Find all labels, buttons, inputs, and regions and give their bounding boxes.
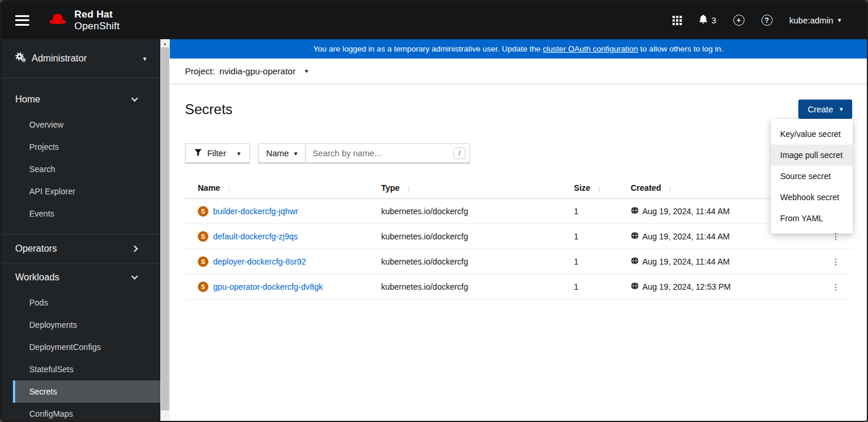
nav-group-home: Home Overview Projects Search API Explor… [1, 78, 160, 234]
brand[interactable]: Red Hat OpenShift [47, 9, 119, 32]
page-content: Secrets Create ▾ Filter ▾ [170, 84, 867, 300]
banner-text-before: You are logged in as a temporary adminis… [313, 44, 543, 53]
sidebar-item-overview[interactable]: Overview [1, 114, 160, 136]
name-filter-label: Name [266, 149, 289, 158]
secrets-table: Name↕ Type↕ Size↕ Created↕ Sbuilder-dock… [185, 177, 852, 300]
caret-down-icon: ▾ [838, 17, 841, 23]
sidebar-item-pods[interactable]: Pods [1, 291, 160, 314]
secret-size: 1 [574, 224, 631, 249]
masthead-toolbar: 3 + ? kube:admin ▾ [673, 15, 841, 26]
scrollbar-thumb[interactable] [161, 47, 169, 410]
brand-line2: OpenShift [74, 20, 119, 32]
secret-badge: S [198, 231, 208, 242]
scrollbar-up-arrow-icon[interactable]: ▲ [160, 39, 170, 47]
column-header-name[interactable]: Name↕ [185, 177, 381, 199]
sidebar-item-events[interactable]: Events [1, 203, 160, 225]
secret-badge: S [198, 206, 208, 217]
notification-count: 3 [711, 16, 716, 25]
table-row: Sbuilder-dockercfg-jqhwr kubernetes.io/d… [185, 199, 852, 224]
chevron-down-icon [131, 273, 138, 279]
menu-item-source-secret[interactable]: Source secret [771, 166, 853, 187]
column-header-type[interactable]: Type↕ [381, 177, 574, 199]
create-button[interactable]: Create ▾ [798, 100, 852, 119]
add-button[interactable]: + [733, 15, 745, 26]
masthead: Red Hat OpenShift 3 + ? kube:admin [1, 1, 867, 39]
caret-down-icon: ▾ [143, 56, 146, 62]
help-button[interactable]: ? [761, 15, 773, 26]
created-timestamp: Aug 19, 2024, 11:44 AM [643, 232, 730, 241]
sort-icon: ↕ [407, 184, 411, 193]
page-header: Secrets Create ▾ [185, 100, 852, 119]
sidebar-item-api-explorer[interactable]: API Explorer [1, 180, 160, 203]
page-title: Secrets [185, 101, 232, 118]
sidebar-item-deployments[interactable]: Deployments [1, 314, 160, 336]
hamburger-menu-icon[interactable] [15, 12, 29, 28]
menu-item-key-value-secret[interactable]: Key/value secret [771, 123, 853, 145]
keyboard-shortcut-hint: / [454, 147, 465, 159]
nav-section-label: Operators [15, 243, 57, 254]
table-row: Sgpu-operator-dockercfg-dv8gk kubernetes… [185, 275, 852, 300]
brand-text: Red Hat OpenShift [74, 9, 119, 32]
secret-link[interactable]: default-dockercfg-zj9qs [213, 232, 298, 241]
search-attribute-dropdown[interactable]: Name ▾ [258, 143, 306, 163]
plus-icon: + [736, 16, 741, 24]
secret-size: 1 [574, 275, 631, 300]
red-hat-logo-icon [47, 11, 68, 29]
perspective-switcher[interactable]: Administrator ▾ [1, 39, 160, 78]
search-input[interactable] [306, 143, 470, 163]
sidebar-item-configmaps[interactable]: ConfigMaps [1, 403, 160, 421]
secret-badge: S [198, 282, 208, 292]
caret-down-icon: ▾ [294, 150, 297, 157]
create-button-label: Create [808, 105, 833, 114]
sidebar-item-deploymentconfigs[interactable]: DeploymentConfigs [1, 336, 160, 358]
search-group: Name ▾ / [258, 143, 470, 163]
sidebar-item-secrets[interactable]: Secrets [13, 380, 160, 403]
user-menu[interactable]: kube:admin ▾ [790, 16, 842, 25]
filter-dropdown[interactable]: Filter ▾ [185, 143, 250, 163]
project-value: nvidia-gpu-operator [219, 66, 296, 76]
globe-icon [631, 207, 639, 216]
nav-section-home[interactable]: Home [1, 85, 160, 114]
nav-group-workloads: Workloads Pods Deployments DeploymentCon… [1, 263, 160, 421]
secret-type: kubernetes.io/dockercfg [381, 275, 574, 300]
nav-section-operators[interactable]: Operators [1, 235, 160, 263]
sidebar-item-projects[interactable]: Projects [1, 136, 160, 158]
sidebar-item-search[interactable]: Search [1, 158, 160, 180]
secret-link[interactable]: deployer-dockercfg-8sr92 [213, 257, 306, 266]
secret-badge: S [198, 256, 208, 267]
secret-size: 1 [574, 199, 631, 224]
globe-icon [631, 232, 639, 241]
sidebar-item-statefulsets[interactable]: StatefulSets [1, 358, 160, 380]
chevron-right-icon [131, 245, 138, 252]
filter-toolbar: Filter ▾ Name ▾ / [185, 143, 852, 163]
column-header-size[interactable]: Size↕ [574, 177, 631, 199]
cluster-oauth-link[interactable]: cluster OAuth configuration [543, 44, 638, 53]
kebab-menu-icon[interactable]: ⋮ [824, 249, 852, 275]
kebab-menu-icon[interactable]: ⋮ [824, 275, 852, 300]
globe-icon [631, 257, 639, 266]
secret-type: kubernetes.io/dockercfg [381, 249, 574, 275]
project-label: Project: [185, 66, 215, 76]
sidebar-nav: Administrator ▾ Home Overview Projects S… [1, 39, 160, 421]
menu-item-webhook-secret[interactable]: Webhook secret [771, 187, 853, 208]
question-icon: ? [764, 16, 769, 24]
nav-section-label: Home [15, 94, 40, 105]
main-content: You are logged in as a temporary adminis… [170, 39, 867, 421]
app-body: Administrator ▾ Home Overview Projects S… [1, 39, 867, 421]
nav-section-workloads[interactable]: Workloads [1, 263, 160, 291]
filter-icon [194, 149, 202, 158]
chevron-down-icon [131, 95, 138, 101]
notifications-button[interactable]: 3 [699, 15, 716, 26]
perspective-label: Administrator [32, 53, 87, 64]
project-selector[interactable]: Project: nvidia-gpu-operator ▾ [170, 59, 867, 84]
menu-item-from-yaml[interactable]: From YAML [771, 208, 853, 229]
caret-down-icon: ▾ [237, 150, 241, 157]
sidebar-scrollbar[interactable]: ▲ [160, 39, 170, 421]
menu-item-image-pull-secret[interactable]: Image pull secret [771, 145, 853, 166]
bell-icon [699, 15, 708, 26]
table-row: Sdefault-dockercfg-zj9qs kubernetes.io/d… [185, 224, 852, 249]
secret-link[interactable]: gpu-operator-dockercfg-dv8gk [213, 282, 323, 291]
app-launcher-icon[interactable] [673, 16, 682, 25]
caret-down-icon: ▾ [305, 68, 308, 74]
secret-link[interactable]: builder-dockercfg-jqhwr [213, 207, 299, 216]
